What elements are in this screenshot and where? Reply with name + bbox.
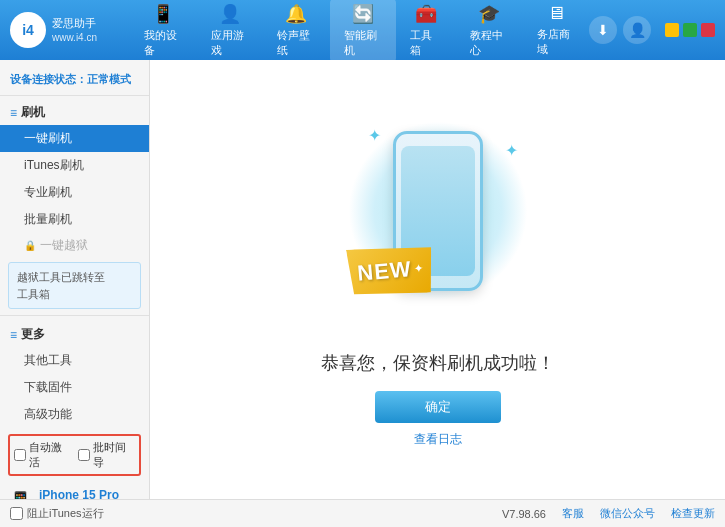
itunes-checkbox[interactable]: 阻止iTunes运行 bbox=[10, 506, 104, 521]
tutorial-icon: 🎓 bbox=[478, 3, 500, 25]
ringtone-icon: 🔔 bbox=[285, 3, 307, 25]
sidebar-item-jailbreak: 🔒 一键越狱 bbox=[0, 233, 149, 258]
minimize-button[interactable] bbox=[665, 23, 679, 37]
nav-tabs: 📱 我的设备 👤 应用游戏 🔔 铃声壁纸 🔄 智能刷机 🧰 工具箱 🎓 教程中心… bbox=[130, 0, 589, 62]
new-ribbon: NEW ✦ bbox=[348, 246, 438, 301]
itunes-checkbox-input[interactable] bbox=[10, 507, 23, 520]
footer-link-service[interactable]: 客服 bbox=[562, 506, 584, 521]
user-button[interactable]: 👤 bbox=[623, 16, 651, 44]
footer-right: V7.98.66 客服 微信公众号 检查更新 bbox=[502, 506, 715, 521]
auto-actions-bar: 自动激活 批时间导 bbox=[8, 434, 141, 476]
auto-import-checkbox[interactable]: 批时间导 bbox=[78, 440, 136, 470]
footer-link-wechat[interactable]: 微信公众号 bbox=[600, 506, 655, 521]
ribbon-shape: NEW ✦ bbox=[345, 242, 434, 299]
maximize-button[interactable] bbox=[683, 23, 697, 37]
tab-tutorial[interactable]: 🎓 教程中心 bbox=[456, 0, 523, 62]
smart-brush-icon: 🔄 bbox=[352, 3, 374, 25]
auto-activate-input[interactable] bbox=[14, 449, 26, 461]
tab-app-game[interactable]: 👤 应用游戏 bbox=[197, 0, 264, 62]
logo-area: i4 爱思助手 www.i4.cn bbox=[10, 12, 130, 48]
confirm-button[interactable]: 确定 bbox=[375, 391, 501, 423]
tab-smart-brush[interactable]: 🔄 智能刷机 bbox=[330, 0, 397, 62]
sidebar-divider bbox=[0, 315, 149, 316]
sidebar-item-one-key-brush[interactable]: 一键刷机 bbox=[0, 125, 149, 152]
sidebar: 设备连接状态：正常模式 ≡ 刷机 一键刷机 iTunes刷机 专业刷机 批量刷机… bbox=[0, 60, 150, 499]
tab-my-device[interactable]: 📱 我的设备 bbox=[130, 0, 197, 62]
sidebar-item-batch-brush[interactable]: 批量刷机 bbox=[0, 206, 149, 233]
more-group-title: ≡ 更多 bbox=[0, 322, 149, 347]
sidebar-item-download-fw[interactable]: 下载固件 bbox=[0, 374, 149, 401]
sparkle-icon-2: ✦ bbox=[505, 141, 518, 160]
header-actions: ⬇ 👤 bbox=[589, 16, 715, 44]
toolbox-icon: 🧰 bbox=[415, 3, 437, 25]
footer-left: 阻止iTunes运行 bbox=[10, 506, 104, 521]
sidebar-status: 设备连接状态：正常模式 bbox=[0, 68, 149, 96]
device-item: 📱 iPhone 15 Pro Max 512GB iPhone bbox=[8, 484, 141, 499]
sidebar-item-itunes-brush[interactable]: iTunes刷机 bbox=[0, 152, 149, 179]
device-phone-icon: 📱 bbox=[8, 490, 33, 499]
device-name: iPhone 15 Pro Max bbox=[39, 488, 141, 499]
auto-activate-checkbox[interactable]: 自动激活 bbox=[14, 440, 72, 470]
footer-link-update[interactable]: 检查更新 bbox=[671, 506, 715, 521]
logo-icon: i4 bbox=[10, 12, 46, 48]
download-button[interactable]: ⬇ bbox=[589, 16, 617, 44]
sidebar-item-other-tools[interactable]: 其他工具 bbox=[0, 347, 149, 374]
tab-service[interactable]: 🖥 务店商域 bbox=[523, 0, 590, 62]
sidebar-notice: 越狱工具已跳转至工具箱 bbox=[8, 262, 141, 309]
tab-ringtone[interactable]: 🔔 铃声壁纸 bbox=[263, 0, 330, 62]
brush-group-icon: ≡ bbox=[10, 106, 17, 120]
sparkle-icon-1: ✦ bbox=[368, 126, 381, 145]
device-info: iPhone 15 Pro Max 512GB iPhone bbox=[39, 488, 141, 499]
brush-group-title: ≡ 刷机 bbox=[0, 100, 149, 125]
version-label: V7.98.66 bbox=[502, 508, 546, 520]
service-icon: 🖥 bbox=[547, 3, 565, 24]
auto-import-input[interactable] bbox=[78, 449, 90, 461]
success-title: 恭喜您，保资料刷机成功啦！ bbox=[321, 351, 555, 375]
content-area: ✦ ✦ ✦ NEW ✦ 恭喜您，保资料刷机成功啦！ 确定 查看日志 bbox=[150, 60, 725, 499]
tab-toolbox[interactable]: 🧰 工具箱 bbox=[396, 0, 456, 62]
phone-illustration: ✦ ✦ ✦ NEW ✦ bbox=[338, 111, 538, 331]
sidebar-item-advanced[interactable]: 高级功能 bbox=[0, 401, 149, 428]
main-layout: 设备连接状态：正常模式 ≡ 刷机 一键刷机 iTunes刷机 专业刷机 批量刷机… bbox=[0, 60, 725, 499]
footer-bar: 阻止iTunes运行 V7.98.66 客服 微信公众号 检查更新 bbox=[0, 499, 725, 527]
logo-text: 爱思助手 www.i4.cn bbox=[52, 16, 97, 43]
sidebar-item-pro-brush[interactable]: 专业刷机 bbox=[0, 179, 149, 206]
log-link[interactable]: 查看日志 bbox=[414, 431, 462, 448]
app-game-icon: 👤 bbox=[219, 3, 241, 25]
window-controls bbox=[665, 23, 715, 37]
my-device-icon: 📱 bbox=[152, 3, 174, 25]
header: i4 爱思助手 www.i4.cn 📱 我的设备 👤 应用游戏 🔔 铃声壁纸 🔄… bbox=[0, 0, 725, 60]
more-group-icon: ≡ bbox=[10, 328, 17, 342]
close-button[interactable] bbox=[701, 23, 715, 37]
